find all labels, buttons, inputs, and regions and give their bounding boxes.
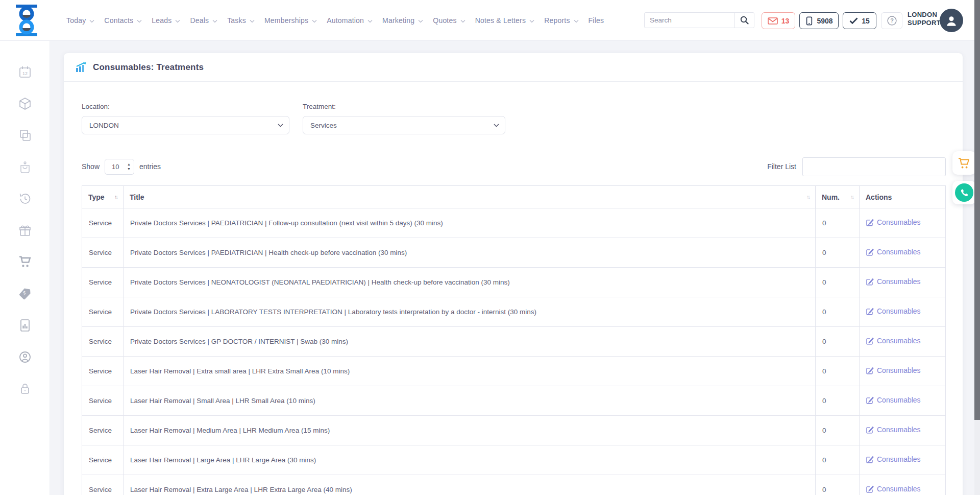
table-row: ServicePrivate Doctors Services | PAEDIA… bbox=[82, 208, 946, 238]
chevron-down-icon bbox=[529, 19, 534, 23]
price-tag-icon[interactable]: $ bbox=[17, 286, 33, 301]
nav-item-label: Automation bbox=[327, 16, 364, 25]
help-button[interactable]: ? bbox=[881, 12, 902, 29]
nav-item-label: Leads bbox=[152, 16, 172, 25]
chevron-down-icon bbox=[312, 19, 317, 23]
calls-badge[interactable]: 5908 bbox=[799, 12, 839, 29]
actions-cell: Consumables bbox=[860, 268, 946, 297]
app-logo[interactable] bbox=[13, 5, 40, 36]
cart-icon[interactable] bbox=[17, 254, 33, 270]
edit-icon bbox=[866, 278, 874, 286]
package-icon[interactable] bbox=[17, 96, 33, 111]
nav-item-label: Reports bbox=[544, 16, 570, 25]
nav-item-automation[interactable]: Automation bbox=[327, 16, 373, 25]
consumables-label: Consumables bbox=[877, 218, 921, 226]
scrollbar[interactable] bbox=[974, 0, 980, 495]
filter-list-input[interactable] bbox=[802, 157, 946, 176]
nav-item-notes-letters[interactable]: Notes & Letters bbox=[475, 16, 535, 25]
report-icon[interactable] bbox=[17, 318, 33, 333]
nav-item-deals[interactable]: Deals bbox=[190, 16, 217, 25]
type-cell: Service bbox=[82, 386, 124, 416]
type-cell: Service bbox=[82, 238, 124, 268]
consumables-link[interactable]: Consumables bbox=[866, 307, 921, 315]
user-name-line2: SUPPORT bbox=[908, 19, 941, 27]
phone-fab-button[interactable] bbox=[952, 181, 976, 204]
actions-cell: Consumables bbox=[860, 386, 946, 416]
shopping-bag-icon[interactable] bbox=[17, 159, 33, 175]
nav-item-label: Notes & Letters bbox=[475, 16, 526, 25]
filter-list-label: Filter List bbox=[767, 162, 796, 171]
consumables-label: Consumables bbox=[877, 455, 921, 463]
consumables-link[interactable]: Consumables bbox=[866, 426, 921, 434]
mobile-phone-icon bbox=[805, 16, 813, 26]
location-select[interactable]: LONDON bbox=[82, 116, 289, 134]
table-row: ServiceLaser Hair Removal | Large Area |… bbox=[82, 445, 946, 475]
lock-icon[interactable] bbox=[17, 381, 33, 396]
nav-item-marketing[interactable]: Marketing bbox=[382, 16, 423, 25]
nav-item-quotes[interactable]: Quotes bbox=[433, 16, 465, 25]
consumables-link[interactable]: Consumables bbox=[866, 218, 921, 226]
consumables-label: Consumables bbox=[877, 307, 921, 315]
calendar-icon[interactable]: 12 bbox=[17, 64, 33, 80]
consumables-label: Consumables bbox=[877, 485, 921, 493]
column-header-title[interactable]: Title ↑↓ bbox=[124, 186, 816, 208]
nav-item-label: Files bbox=[589, 16, 604, 25]
entries-label: entries bbox=[139, 162, 161, 171]
user-name-line1: LONDON bbox=[908, 11, 941, 19]
table-row: ServiceLaser Hair Removal | Extra Large … bbox=[82, 475, 946, 495]
consumables-link[interactable]: Consumables bbox=[866, 485, 921, 493]
nav-item-contacts[interactable]: Contacts bbox=[104, 16, 142, 25]
column-header-num[interactable]: Num. ↑↓ bbox=[816, 186, 860, 208]
edit-icon bbox=[866, 485, 874, 493]
edit-icon bbox=[866, 219, 874, 226]
consumables-link[interactable]: Consumables bbox=[866, 248, 921, 256]
title-cell: Private Doctors Services | LABORATORY TE… bbox=[124, 297, 816, 327]
consumables-link[interactable]: Consumables bbox=[866, 396, 921, 404]
history-icon[interactable] bbox=[17, 191, 33, 206]
table-row: ServicePrivate Doctors Services | LABORA… bbox=[82, 297, 946, 327]
nav-item-leads[interactable]: Leads bbox=[152, 16, 180, 25]
consumables-link[interactable]: Consumables bbox=[866, 455, 921, 463]
cart-fab-button[interactable] bbox=[952, 151, 976, 175]
consumables-label: Consumables bbox=[877, 277, 921, 286]
consumables-link[interactable]: Consumables bbox=[866, 277, 921, 286]
user-avatar[interactable] bbox=[940, 9, 963, 32]
treatment-select[interactable]: Services bbox=[303, 116, 505, 134]
nav-item-memberships[interactable]: Memberships bbox=[264, 16, 317, 25]
nav-item-today[interactable]: Today bbox=[66, 16, 94, 25]
type-cell: Service bbox=[82, 268, 124, 297]
num-cell: 0 bbox=[816, 357, 860, 386]
nav-item-files[interactable]: Files bbox=[589, 16, 604, 25]
nav-item-reports[interactable]: Reports bbox=[544, 16, 578, 25]
gift-icon[interactable] bbox=[17, 223, 33, 238]
copy-icon[interactable] bbox=[17, 128, 33, 143]
nav-item-tasks[interactable]: Tasks bbox=[227, 16, 255, 25]
top-navbar: TodayContactsLeadsDealsTasksMembershipsA… bbox=[0, 0, 980, 41]
account-icon[interactable] bbox=[17, 349, 33, 365]
consumables-label: Consumables bbox=[877, 366, 921, 374]
num-cell: 0 bbox=[816, 268, 860, 297]
search-input[interactable] bbox=[645, 13, 734, 28]
card-title-bar: Consumables: Treatments bbox=[64, 53, 963, 82]
nav-item-label: Contacts bbox=[104, 16, 133, 25]
type-cell: Service bbox=[82, 475, 124, 495]
title-cell: Private Doctors Services | PAEDIATRICIAN… bbox=[124, 208, 816, 238]
scrollbar-thumb[interactable] bbox=[974, 0, 980, 420]
num-cell: 0 bbox=[816, 475, 860, 495]
messages-badge[interactable]: 13 bbox=[762, 12, 795, 29]
card-body: Location: LONDON Treatment: Services bbox=[64, 103, 963, 495]
column-header-type[interactable]: Type ↑↓ bbox=[82, 186, 124, 208]
chevron-down-icon bbox=[175, 19, 180, 23]
consumables-link[interactable]: Consumables bbox=[866, 366, 921, 374]
cart-icon bbox=[958, 157, 971, 170]
show-label: Show bbox=[82, 162, 100, 171]
search-button[interactable] bbox=[734, 13, 754, 28]
page-size-select[interactable]: 10 bbox=[105, 159, 134, 175]
actions-cell: Consumables bbox=[860, 297, 946, 327]
tasks-badge[interactable]: 15 bbox=[843, 12, 876, 29]
chevron-down-icon bbox=[212, 19, 217, 23]
user-name[interactable]: LONDON SUPPORT bbox=[908, 11, 941, 28]
title-cell: Laser Hair Removal | Large Area | LHR La… bbox=[124, 445, 816, 475]
actions-cell: Consumables bbox=[860, 327, 946, 357]
consumables-link[interactable]: Consumables bbox=[866, 337, 921, 345]
